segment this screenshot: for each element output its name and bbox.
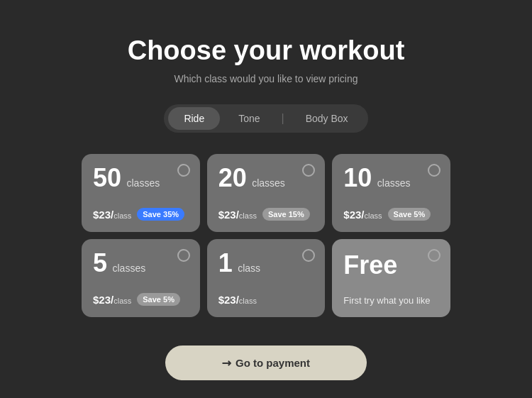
page-subtitle: Which class would you like to view prici…	[174, 73, 358, 84]
radio-10classes[interactable]	[428, 164, 440, 177]
go-to-payment-label: Go to payment	[235, 357, 310, 369]
card-number-row: 5 classes	[93, 250, 189, 276]
cards-grid: 50 classes $23/class Save 35% 20 classes…	[82, 154, 450, 317]
tab-tone[interactable]: Tone	[223, 107, 275, 130]
card-free[interactable]: Free First try what you like	[332, 239, 450, 317]
radio-free[interactable]	[428, 249, 440, 262]
card-price-unit: class	[113, 297, 131, 305]
free-subtitle-text: First try what you like	[343, 295, 439, 306]
card-number: 1	[218, 248, 233, 277]
card-unit: classes	[112, 262, 145, 274]
card-number-row: 1 class	[218, 250, 314, 276]
card-number: 20	[218, 163, 247, 192]
card-price-row: $23/class Save 5%	[343, 208, 439, 221]
go-to-payment-button[interactable]: ↗ Go to payment	[165, 346, 367, 380]
card-number-row: 10 classes	[343, 165, 439, 191]
page-title: Choose your workout	[128, 35, 405, 66]
card-unit: classes	[127, 177, 160, 189]
card-20classes[interactable]: 20 classes $23/class Save 15%	[207, 154, 326, 232]
card-price: $23/class	[93, 209, 131, 221]
badge-save: Save 5%	[137, 293, 180, 306]
badge-save: Save 5%	[388, 208, 431, 221]
card-free-title: Free	[343, 250, 439, 280]
tab-divider: |	[282, 112, 284, 125]
arrow-icon: ↗	[218, 355, 235, 371]
card-price-row: $23/class Save 35%	[93, 208, 189, 221]
card-unit: classes	[377, 177, 411, 189]
card-50classes[interactable]: 50 classes $23/class Save 35%	[82, 154, 200, 232]
radio-50classes[interactable]	[177, 164, 190, 177]
card-price: $23/class	[343, 209, 382, 221]
radio-5classes[interactable]	[177, 249, 190, 262]
free-title-text: Free	[343, 250, 397, 280]
card-unit: class	[238, 262, 260, 274]
card-price-row: $23/class Save 5%	[93, 293, 189, 306]
card-price: $23/class	[218, 294, 257, 306]
card-5classes[interactable]: 5 classes $23/class Save 5%	[82, 239, 200, 317]
card-price: $23/class	[218, 209, 257, 221]
card-price-unit: class	[239, 211, 257, 220]
badge-save: Save 35%	[137, 208, 184, 221]
tab-group: Ride Tone | Body Box	[164, 104, 367, 133]
card-1class[interactable]: 1 class $23/class	[207, 239, 326, 317]
card-number-row: 50 classes	[93, 165, 189, 191]
card-number: 5	[93, 248, 107, 277]
card-number-row: 20 classes	[218, 165, 314, 191]
card-10classes[interactable]: 10 classes $23/class Save 5%	[332, 154, 450, 232]
card-price-row: $23/class	[218, 294, 314, 306]
card-number: 50	[93, 163, 121, 192]
badge-save: Save 15%	[262, 208, 310, 221]
tab-ride[interactable]: Ride	[168, 107, 220, 130]
card-price-unit: class	[113, 211, 131, 220]
card-number: 10	[343, 163, 372, 192]
card-price-unit: class	[365, 211, 382, 220]
card-unit: classes	[252, 177, 285, 189]
card-price-unit: class	[239, 297, 257, 305]
card-price-row: $23/class Save 15%	[218, 208, 314, 221]
tab-bodybox[interactable]: Body Box	[290, 107, 364, 130]
card-price: $23/class	[93, 294, 131, 306]
